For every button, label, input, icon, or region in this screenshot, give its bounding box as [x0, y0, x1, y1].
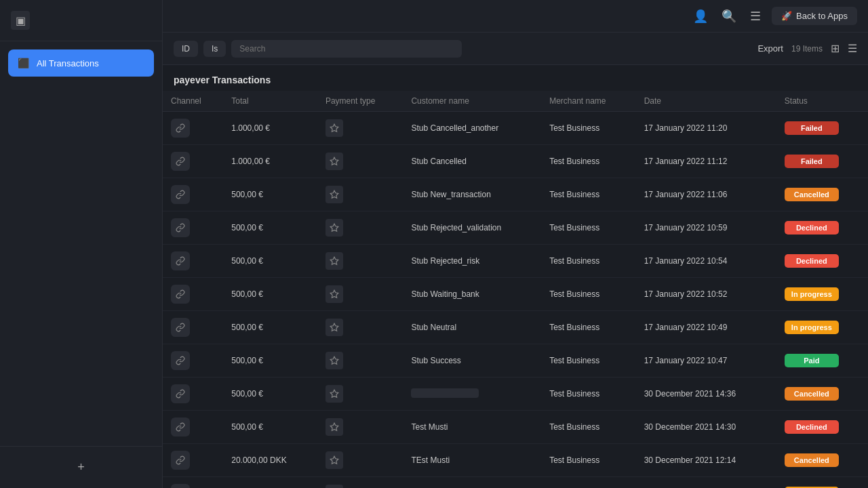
- channel-link-icon[interactable]: [171, 451, 190, 470]
- cell-channel: [163, 311, 223, 344]
- status-badge: Cancelled: [785, 387, 839, 401]
- back-to-apps-button[interactable]: 🚀 Back to Apps: [772, 7, 857, 25]
- sidebar-item-all-transactions[interactable]: ⬛ All Transactions: [8, 49, 154, 77]
- svg-marker-7: [330, 357, 338, 364]
- filterbar: ID Is Export 19 Items ⊞ ☰: [163, 33, 868, 65]
- export-button[interactable]: Export: [757, 43, 783, 54]
- cell-merchant: Test Business: [541, 278, 636, 311]
- cell-payment-type: [317, 477, 403, 489]
- svg-marker-0: [330, 124, 338, 131]
- table-row[interactable]: 500,00 €Test Business30 December 2021 14…: [163, 378, 868, 411]
- cell-status: Cancelled: [776, 444, 868, 477]
- cell-channel: [163, 245, 223, 278]
- cell-merchant: Test Business: [541, 311, 636, 344]
- cell-total: 500,00 €: [223, 411, 317, 444]
- sidebar-item-label: All Transactions: [37, 58, 99, 68]
- cell-date: 17 January 2022 10:47: [636, 344, 776, 378]
- user-icon: 👤: [693, 9, 708, 23]
- is-filter-chip[interactable]: Is: [203, 41, 226, 57]
- cell-total: 1.000,00 €: [223, 477, 317, 489]
- cell-merchant: Test Business: [541, 444, 636, 477]
- payment-type-icon: [326, 119, 343, 137]
- channel-link-icon[interactable]: [171, 251, 190, 270]
- svg-marker-2: [330, 190, 338, 198]
- svg-marker-6: [330, 323, 338, 331]
- cell-customer: Stub Waiting_bank: [403, 278, 541, 311]
- cell-customer: [403, 378, 541, 411]
- channel-link-icon[interactable]: [171, 318, 190, 337]
- channel-link-icon[interactable]: [171, 285, 190, 304]
- list-view-button[interactable]: ☰: [848, 42, 857, 55]
- cell-channel: [163, 145, 223, 178]
- channel-link-icon[interactable]: [171, 119, 190, 138]
- cell-total: 500,00 €: [223, 344, 317, 378]
- svg-marker-4: [330, 257, 338, 264]
- search-input[interactable]: [231, 40, 462, 58]
- channel-link-icon[interactable]: [171, 484, 190, 488]
- table-row[interactable]: 500,00 €Stub NeutralTest Business17 Janu…: [163, 311, 868, 344]
- table-row[interactable]: 20.000,00 DKKTEst MustiTest Business30 D…: [163, 444, 868, 477]
- back-icon: 🚀: [781, 11, 792, 21]
- payment-type-icon: [326, 451, 343, 469]
- cell-customer: Stub Success: [403, 344, 541, 378]
- channel-link-icon[interactable]: [171, 152, 190, 171]
- table-header: Channel Total Payment type Customer name…: [163, 91, 868, 112]
- table-row[interactable]: 500,00 €Stub Rejected_riskTest Business1…: [163, 245, 868, 278]
- cell-status: Cancelled: [776, 178, 868, 211]
- channel-link-icon[interactable]: [171, 418, 190, 436]
- table-row[interactable]: 1.000,00 €Stub Cancelled_anotherTest Bus…: [163, 112, 868, 145]
- payment-type-icon: [326, 152, 343, 170]
- payment-type-icon: [326, 186, 343, 203]
- cell-customer: Stub Cancelled_another: [403, 112, 541, 145]
- cell-payment-type: [317, 178, 403, 211]
- svg-marker-9: [330, 423, 338, 430]
- cell-customer: Test Musti: [403, 411, 541, 444]
- cell-status: Declined: [776, 245, 868, 278]
- status-badge: Cancelled: [785, 188, 839, 201]
- status-badge: Cancelled: [785, 453, 839, 467]
- status-badge: Failed: [785, 155, 839, 168]
- channel-link-icon[interactable]: [171, 384, 190, 403]
- add-button[interactable]: +: [8, 455, 154, 480]
- grid-view-button[interactable]: ⊞: [831, 42, 840, 55]
- svg-marker-10: [330, 456, 338, 464]
- cell-channel: [163, 112, 223, 145]
- menu-icon-button[interactable]: ☰: [747, 6, 764, 26]
- user-icon-button[interactable]: 👤: [690, 6, 711, 26]
- cell-status: Paid: [776, 344, 868, 378]
- cell-channel: [163, 411, 223, 444]
- cell-customer: Stub Rejected_risk: [403, 245, 541, 278]
- table-row[interactable]: 500,00 €Stub Waiting_bankTest Business17…: [163, 278, 868, 311]
- cell-channel: [163, 211, 223, 245]
- channel-link-icon[interactable]: [171, 218, 190, 237]
- cell-channel: [163, 344, 223, 378]
- channel-link-icon[interactable]: [171, 351, 190, 370]
- cell-payment-type: [317, 344, 403, 378]
- channel-link-icon[interactable]: [171, 185, 190, 204]
- cell-channel: [163, 378, 223, 411]
- redacted-customer: [411, 388, 479, 398]
- sidebar-logo: ▣: [0, 0, 162, 41]
- cell-status: Failed: [776, 112, 868, 145]
- cell-total: 500,00 €: [223, 378, 317, 411]
- cell-total: 500,00 €: [223, 278, 317, 311]
- table-row[interactable]: 500,00 €Stub SuccessTest Business17 Janu…: [163, 344, 868, 378]
- table-row[interactable]: 1.000,00 €Stub CancelledTest Business17 …: [163, 145, 868, 178]
- cell-channel: [163, 444, 223, 477]
- col-channel: Channel: [163, 91, 223, 112]
- table-row[interactable]: 1.000,00 €Test MustiTest Business30 Dece…: [163, 477, 868, 489]
- cell-payment-type: [317, 211, 403, 245]
- cell-date: 30 December 2021 14:36: [636, 378, 776, 411]
- cell-total: 500,00 €: [223, 245, 317, 278]
- cell-merchant: Test Business: [541, 245, 636, 278]
- cell-total: 500,00 €: [223, 211, 317, 245]
- cell-payment-type: [317, 112, 403, 145]
- col-total: Total: [223, 91, 317, 112]
- table-row[interactable]: 500,00 €Stub New_transactionTest Busines…: [163, 178, 868, 211]
- content-area: payever Transactions Channel Total Payme…: [163, 65, 868, 488]
- table-row[interactable]: 500,00 €Stub Rejected_validationTest Bus…: [163, 211, 868, 245]
- table-row[interactable]: 500,00 €Test MustiTest Business30 Decemb…: [163, 411, 868, 444]
- id-filter-chip[interactable]: ID: [174, 41, 198, 57]
- cell-customer: TEst Musti: [403, 444, 541, 477]
- search-icon-button[interactable]: 🔍: [719, 6, 739, 26]
